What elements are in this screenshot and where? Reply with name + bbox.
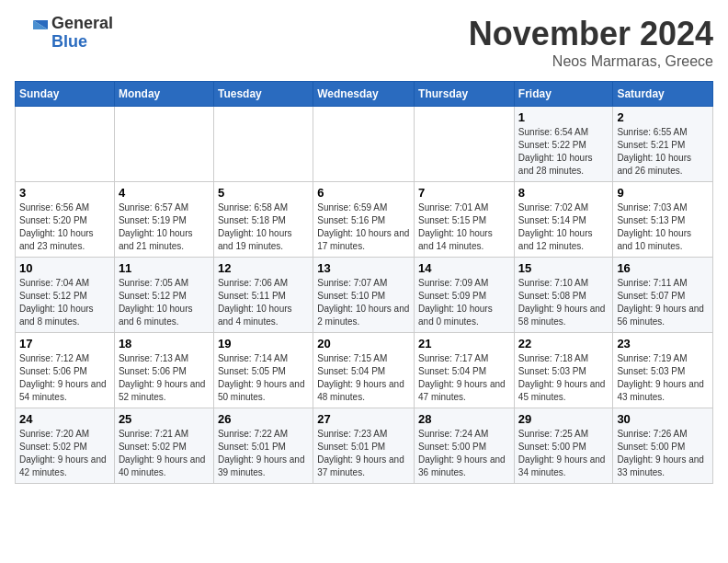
calendar-week-row: 1Sunrise: 6:54 AM Sunset: 5:22 PM Daylig… [16,107,713,182]
calendar-cell: 26Sunrise: 7:22 AM Sunset: 5:01 PM Dayli… [213,408,313,484]
logo-blue: Blue [51,33,113,52]
day-number: 1 [518,110,609,124]
day-info: Sunrise: 6:55 AM Sunset: 5:21 PM Dayligh… [617,126,709,178]
calendar-week-row: 3Sunrise: 6:56 AM Sunset: 5:20 PM Daylig… [16,182,713,258]
calendar-cell: 15Sunrise: 7:10 AM Sunset: 5:08 PM Dayli… [514,258,613,333]
calendar-cell: 9Sunrise: 7:03 AM Sunset: 5:13 PM Daylig… [613,182,713,258]
calendar-week-row: 10Sunrise: 7:04 AM Sunset: 5:12 PM Dayli… [16,258,713,333]
day-info: Sunrise: 7:06 AM Sunset: 5:11 PM Dayligh… [218,277,309,328]
day-number: 12 [218,261,309,275]
calendar-table: SundayMondayTuesdayWednesdayThursdayFrid… [15,81,713,484]
calendar-cell: 5Sunrise: 6:58 AM Sunset: 5:18 PM Daylig… [213,182,313,258]
day-info: Sunrise: 7:02 AM Sunset: 5:14 PM Dayligh… [518,201,609,253]
day-of-week-header: Thursday [415,82,515,107]
day-number: 17 [19,337,110,350]
day-number: 8 [518,186,609,200]
day-info: Sunrise: 7:18 AM Sunset: 5:03 PM Dayligh… [518,352,609,404]
day-number: 22 [518,337,609,350]
day-number: 30 [617,412,709,426]
day-number: 16 [617,261,709,275]
calendar-cell: 16Sunrise: 7:11 AM Sunset: 5:07 PM Dayli… [613,258,713,333]
day-of-week-header: Tuesday [213,82,313,107]
day-number: 10 [19,261,110,275]
day-number: 5 [218,186,309,200]
day-number: 27 [317,412,410,426]
day-info: Sunrise: 7:12 AM Sunset: 5:06 PM Dayligh… [19,352,110,404]
calendar-body: 1Sunrise: 6:54 AM Sunset: 5:22 PM Daylig… [16,107,713,484]
calendar-cell: 14Sunrise: 7:09 AM Sunset: 5:09 PM Dayli… [415,258,515,333]
day-of-week-header: Monday [114,82,213,107]
day-info: Sunrise: 7:19 AM Sunset: 5:03 PM Dayligh… [617,352,709,404]
day-info: Sunrise: 7:24 AM Sunset: 5:00 PM Dayligh… [418,428,510,479]
day-info: Sunrise: 7:23 AM Sunset: 5:01 PM Dayligh… [317,428,410,479]
day-info: Sunrise: 6:56 AM Sunset: 5:20 PM Dayligh… [19,201,110,253]
day-number: 25 [119,412,210,426]
day-info: Sunrise: 7:21 AM Sunset: 5:02 PM Dayligh… [119,428,210,479]
calendar-cell: 23Sunrise: 7:19 AM Sunset: 5:03 PM Dayli… [613,333,713,408]
days-of-week-row: SundayMondayTuesdayWednesdayThursdayFrid… [16,82,713,107]
calendar-cell: 2Sunrise: 6:55 AM Sunset: 5:21 PM Daylig… [613,107,713,182]
day-info: Sunrise: 6:54 AM Sunset: 5:22 PM Dayligh… [518,126,609,178]
day-info: Sunrise: 7:26 AM Sunset: 5:00 PM Dayligh… [617,428,709,479]
calendar-cell: 7Sunrise: 7:01 AM Sunset: 5:15 PM Daylig… [415,182,515,258]
calendar-cell [415,107,515,182]
day-info: Sunrise: 7:10 AM Sunset: 5:08 PM Dayligh… [518,277,609,328]
day-info: Sunrise: 7:07 AM Sunset: 5:10 PM Dayligh… [317,277,410,328]
day-number: 26 [218,412,309,426]
calendar-week-row: 24Sunrise: 7:20 AM Sunset: 5:02 PM Dayli… [16,408,713,484]
day-number: 23 [617,337,709,350]
calendar-cell [114,107,213,182]
calendar-cell: 13Sunrise: 7:07 AM Sunset: 5:10 PM Dayli… [313,258,415,333]
calendar-cell: 4Sunrise: 6:57 AM Sunset: 5:19 PM Daylig… [114,182,213,258]
day-number: 6 [317,186,410,200]
day-info: Sunrise: 7:15 AM Sunset: 5:04 PM Dayligh… [317,352,410,404]
day-number: 11 [119,261,210,275]
calendar-cell: 20Sunrise: 7:15 AM Sunset: 5:04 PM Dayli… [313,333,415,408]
page-header: General Blue November 2024 Neos Marmaras… [15,15,713,70]
calendar-cell [213,107,313,182]
day-info: Sunrise: 7:20 AM Sunset: 5:02 PM Dayligh… [19,428,110,479]
day-of-week-header: Sunday [16,82,115,107]
calendar-header: SundayMondayTuesdayWednesdayThursdayFrid… [16,82,713,107]
logo-icon [15,17,48,50]
calendar-cell: 27Sunrise: 7:23 AM Sunset: 5:01 PM Dayli… [313,408,415,484]
day-number: 2 [617,110,709,124]
day-number: 20 [317,337,410,350]
calendar-cell: 3Sunrise: 6:56 AM Sunset: 5:20 PM Daylig… [16,182,115,258]
day-number: 14 [418,261,510,275]
day-of-week-header: Saturday [613,82,713,107]
day-number: 3 [19,186,110,200]
calendar-cell: 28Sunrise: 7:24 AM Sunset: 5:00 PM Dayli… [415,408,515,484]
day-info: Sunrise: 6:57 AM Sunset: 5:19 PM Dayligh… [119,201,210,253]
calendar-cell [313,107,415,182]
day-number: 7 [418,186,510,200]
calendar-cell: 10Sunrise: 7:04 AM Sunset: 5:12 PM Dayli… [16,258,115,333]
calendar-cell: 8Sunrise: 7:02 AM Sunset: 5:14 PM Daylig… [514,182,613,258]
calendar-cell: 24Sunrise: 7:20 AM Sunset: 5:02 PM Dayli… [16,408,115,484]
day-of-week-header: Friday [514,82,613,107]
calendar-cell: 12Sunrise: 7:06 AM Sunset: 5:11 PM Dayli… [213,258,313,333]
calendar-cell: 30Sunrise: 7:26 AM Sunset: 5:00 PM Dayli… [613,408,713,484]
logo: General Blue [15,15,113,52]
day-number: 29 [518,412,609,426]
calendar-cell: 6Sunrise: 6:59 AM Sunset: 5:16 PM Daylig… [313,182,415,258]
day-info: Sunrise: 6:59 AM Sunset: 5:16 PM Dayligh… [317,201,410,253]
day-info: Sunrise: 7:22 AM Sunset: 5:01 PM Dayligh… [218,428,309,479]
day-info: Sunrise: 7:25 AM Sunset: 5:00 PM Dayligh… [518,428,609,479]
day-info: Sunrise: 7:05 AM Sunset: 5:12 PM Dayligh… [119,277,210,328]
calendar-cell: 21Sunrise: 7:17 AM Sunset: 5:04 PM Dayli… [415,333,515,408]
day-info: Sunrise: 7:13 AM Sunset: 5:06 PM Dayligh… [119,352,210,404]
title-section: November 2024 Neos Marmaras, Greece [469,15,713,70]
day-of-week-header: Wednesday [313,82,415,107]
calendar-cell: 17Sunrise: 7:12 AM Sunset: 5:06 PM Dayli… [16,333,115,408]
day-info: Sunrise: 7:03 AM Sunset: 5:13 PM Dayligh… [617,201,709,253]
location: Neos Marmaras, Greece [469,53,713,70]
calendar-cell: 29Sunrise: 7:25 AM Sunset: 5:00 PM Dayli… [514,408,613,484]
day-info: Sunrise: 7:17 AM Sunset: 5:04 PM Dayligh… [418,352,510,404]
day-number: 19 [218,337,309,350]
day-number: 21 [418,337,510,350]
day-info: Sunrise: 7:09 AM Sunset: 5:09 PM Dayligh… [418,277,510,328]
day-info: Sunrise: 7:11 AM Sunset: 5:07 PM Dayligh… [617,277,709,328]
calendar-cell: 25Sunrise: 7:21 AM Sunset: 5:02 PM Dayli… [114,408,213,484]
day-info: Sunrise: 7:01 AM Sunset: 5:15 PM Dayligh… [418,201,510,253]
